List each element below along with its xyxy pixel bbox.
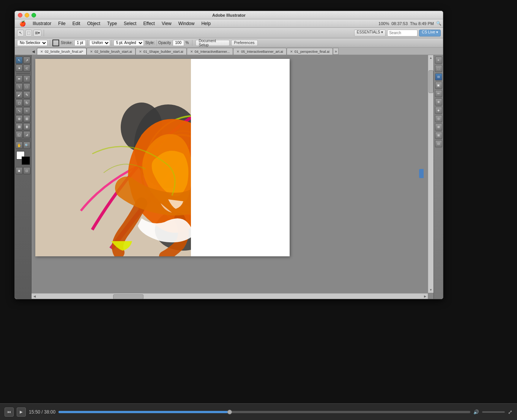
tab-bar: ◀ ✕ 02_bristle_brush_final.ai* ✕ 02_bris… — [15, 47, 443, 55]
panel-appearance[interactable]: ◎ — [435, 115, 442, 122]
tool-gradient[interactable]: ◱ — [16, 131, 23, 138]
video-progress-thumb[interactable] — [227, 410, 232, 414]
horizontal-scrollbar[interactable]: ◀ ▶ — [32, 293, 428, 299]
panel-symbols[interactable]: ⊕ — [435, 98, 442, 106]
tab-left-arrow[interactable]: ◀ — [30, 48, 37, 55]
document-setup-btn[interactable]: Document Setup — [195, 40, 230, 46]
scroll-h-track[interactable] — [37, 294, 422, 299]
menu-view[interactable]: View — [159, 20, 175, 27]
tab-close-2[interactable]: ✕ — [139, 50, 142, 54]
brush-dropdown[interactable]: 5 pt. Angled — [113, 40, 144, 46]
scroll-thumb-vertical[interactable] — [429, 70, 433, 93]
minimize-button[interactable] — [25, 13, 29, 17]
panel-brushes[interactable]: ✏ — [435, 90, 442, 97]
tab-5[interactable]: ✕ 01_perspective_final.ai — [287, 48, 333, 55]
stroke-color[interactable] — [22, 156, 30, 165]
right-panel-toggle[interactable] — [419, 169, 424, 178]
vertical-scrollbar[interactable]: ▲ ▼ — [428, 55, 433, 293]
menu-file[interactable]: File — [55, 20, 68, 27]
tool-draw-normal[interactable]: ▣ — [16, 167, 23, 174]
menu-window[interactable]: Window — [175, 20, 198, 27]
menu-type[interactable]: Type — [104, 20, 120, 27]
tool-hand[interactable]: ✋ — [16, 142, 23, 149]
tool-draw-behind[interactable]: ◫ — [23, 167, 30, 174]
grid-toggle[interactable]: ⊞▾ — [33, 30, 41, 36]
tool-scale[interactable]: ⤡ — [16, 107, 23, 114]
panel-align[interactable]: ⊞ — [435, 123, 442, 131]
canvas-area[interactable]: ▲ ▼ ◀ ▶ — [32, 55, 433, 299]
volume-bar[interactable] — [482, 411, 505, 413]
tab-more[interactable]: » — [333, 48, 339, 55]
video-progress-bar[interactable] — [58, 411, 470, 413]
tool-blend[interactable]: ⊕ — [16, 115, 23, 122]
tab-2[interactable]: ✕ 01_Shape_builder_start.ai — [136, 48, 187, 55]
artboard-mode[interactable]: ⬚ — [25, 30, 32, 36]
tool-pen[interactable]: ✒ — [16, 75, 23, 82]
essentials-area: ESSENTIALS ▾ CS Live ▾ — [354, 30, 441, 36]
tool-direct-select[interactable]: ↗ — [23, 57, 30, 64]
tool-symbol[interactable]: ⊞ — [23, 115, 30, 122]
tool-rect[interactable]: □ — [23, 83, 30, 90]
tool-eyedropper[interactable]: ⊿ — [23, 131, 30, 138]
tab-close-5[interactable]: ✕ — [290, 50, 293, 54]
tool-type[interactable]: T — [23, 75, 30, 82]
expand-icon[interactable]: ⤢ — [508, 409, 512, 415]
panel-transform[interactable]: ⊠ — [435, 132, 442, 139]
tool-select[interactable]: ↖ — [16, 57, 23, 64]
panel-artboards[interactable]: ⬚ — [435, 65, 442, 72]
essentials-btn[interactable]: ESSENTIALS ▾ — [354, 30, 386, 36]
scroll-v-down[interactable]: ▼ — [428, 287, 433, 293]
tool-rotate[interactable]: ↻ — [23, 99, 30, 106]
panel-links[interactable]: ⊟ — [435, 73, 442, 81]
panel-layers[interactable]: ≡ — [435, 57, 442, 64]
menu-object[interactable]: Object — [84, 20, 103, 27]
menu-edit[interactable]: Edit — [69, 20, 84, 27]
tb2-sep-2 — [87, 40, 88, 46]
maximize-button[interactable] — [32, 13, 36, 17]
panel-graphic-styles[interactable]: ◈ — [435, 107, 442, 114]
video-play-btn[interactable]: ▶ — [17, 407, 26, 417]
video-rewind-btn[interactable]: ⏮ — [5, 407, 14, 417]
traffic-lights — [18, 13, 36, 17]
panel-swatches[interactable]: ▣ — [435, 82, 442, 89]
menu-select[interactable]: Select — [121, 20, 139, 27]
opacity-input[interactable] — [173, 40, 184, 46]
stroke-type-dropdown[interactable]: Uniform — [89, 40, 110, 46]
tab-4[interactable]: ✕ 05_InteractiveBanner_art.ai — [233, 48, 287, 55]
tool-warp[interactable]: ≈ — [23, 107, 30, 114]
tab-close-0[interactable]: ✕ — [40, 50, 43, 54]
tool-eraser[interactable]: ◻ — [16, 99, 23, 106]
panel-pathfinder[interactable]: ⊡ — [435, 140, 442, 147]
cs-live-btn[interactable]: CS Live ▾ — [419, 30, 441, 36]
apple-menu[interactable]: 🍎 — [16, 21, 29, 27]
tool-column-graph[interactable]: ⊠ — [16, 123, 23, 130]
tab-close-4[interactable]: ✕ — [236, 50, 240, 54]
tool-paintbrush[interactable]: 🖌 — [16, 91, 23, 98]
selection-dropdown[interactable]: No Selection — [17, 40, 47, 46]
tab-3[interactable]: ✕ 04_InteractiveBanner... — [187, 48, 233, 55]
menu-effect[interactable]: Effect — [140, 20, 158, 27]
stroke-input[interactable] — [74, 40, 86, 46]
tab-close-3[interactable]: ✕ — [190, 50, 193, 54]
menu-illustrator[interactable]: Illustrator — [30, 20, 54, 27]
tab-1[interactable]: ✕ 02_bristle_brush_start.ai — [87, 48, 136, 55]
fill-swatch[interactable] — [52, 39, 59, 46]
tool-line[interactable]: \ — [16, 83, 23, 90]
search-icon[interactable]: 🔍 — [436, 21, 441, 26]
scroll-v-up[interactable]: ▲ — [428, 55, 433, 61]
close-button[interactable] — [18, 13, 22, 17]
menu-help[interactable]: Help — [198, 20, 214, 27]
tool-pencil[interactable]: ✎ — [23, 91, 30, 98]
tool-mesh[interactable]: ⋕ — [23, 123, 30, 130]
scroll-h-right[interactable]: ▶ — [422, 294, 428, 299]
search-input[interactable] — [387, 30, 418, 36]
preferences-btn[interactable]: Preferences — [231, 40, 258, 46]
video-player-bar: ⏮ ▶ 15:50 / 38:00 🔊 ⤢ — [0, 403, 517, 420]
scroll-thumb-horizontal[interactable] — [113, 294, 143, 299]
tab-close-1[interactable]: ✕ — [90, 50, 93, 54]
tab-0[interactable]: ✕ 02_bristle_brush_final.ai* — [37, 48, 87, 55]
tool-zoom[interactable]: 🔍 — [23, 142, 30, 149]
tool-lasso[interactable]: ⊂ — [23, 65, 30, 72]
scroll-h-left[interactable]: ◀ — [32, 294, 37, 299]
tool-magic-wand[interactable]: ✦ — [16, 65, 23, 72]
